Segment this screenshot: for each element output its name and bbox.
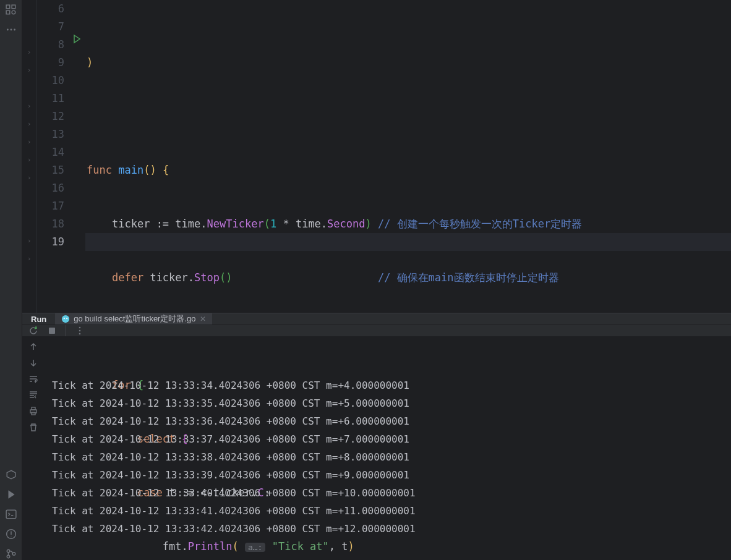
svg-point-14: [64, 318, 65, 319]
svg-point-15: [66, 318, 67, 319]
code-token: (: [264, 218, 270, 230]
line-number[interactable]: 15: [37, 161, 64, 179]
problems-icon[interactable]: [5, 528, 17, 540]
svg-point-4: [6, 29, 8, 31]
code-token: NewTicker: [207, 218, 264, 230]
output-line: Tick at 2024-10-12 13:33:39.4024306 +080…: [52, 466, 724, 484]
output-line: Tick at 2024-10-12 13:33:40.4024306 +080…: [52, 484, 724, 502]
code-token: ): [87, 56, 93, 69]
code-comment: // 创建一个每秒触发一次的Ticker定时器: [378, 218, 582, 230]
code-token: ): [366, 218, 372, 230]
fold-marker[interactable]: ›: [27, 120, 32, 128]
fold-column[interactable]: › › › › › › › › ›: [22, 0, 37, 313]
code-token: ticker: [150, 271, 187, 284]
print-icon[interactable]: [28, 406, 38, 416]
svg-rect-2: [6, 11, 10, 14]
svg-rect-0: [6, 5, 10, 9]
line-number[interactable]: 8: [37, 36, 64, 54]
console-output[interactable]: Tick at 2024-10-12 13:33:34.4024306 +080…: [45, 337, 731, 560]
code-token: (): [220, 271, 232, 284]
run-tool-window: Run go build select监听ticker定时器.go ✕: [22, 313, 731, 560]
svg-point-18: [79, 330, 81, 332]
output-line: Tick at 2024-10-12 13:33:41.4024306 +080…: [52, 502, 724, 520]
fold-marker[interactable]: ›: [27, 102, 32, 110]
structure-icon[interactable]: [5, 4, 17, 16]
more-icon[interactable]: [5, 23, 17, 36]
run-gutter[interactable]: [73, 0, 85, 313]
run-icon[interactable]: [5, 488, 17, 501]
down-icon[interactable]: [28, 358, 38, 368]
svg-point-17: [79, 327, 81, 329]
fold-marker[interactable]: ›: [27, 156, 32, 164]
soft-wrap-icon[interactable]: [28, 374, 38, 384]
line-number[interactable]: 9: [37, 54, 64, 72]
output-line: Tick at 2024-10-12 13:33:35.4024306 +080…: [52, 394, 724, 412]
svg-point-19: [79, 333, 81, 335]
code-token: time: [296, 218, 321, 230]
fold-marker[interactable]: ›: [27, 255, 32, 263]
code-token: 1: [270, 218, 276, 230]
line-number[interactable]: 12: [37, 108, 64, 125]
code-token: Second: [327, 218, 365, 230]
code-token: *: [276, 218, 296, 230]
line-number[interactable]: 16: [37, 179, 64, 197]
line-number[interactable]: 18: [37, 215, 64, 233]
fold-marker[interactable]: ›: [27, 138, 32, 146]
clear-icon[interactable]: [28, 422, 38, 432]
console-side-toolbar: [22, 337, 45, 560]
line-gutter[interactable]: 678910111213141516171819: [37, 0, 73, 313]
line-number[interactable]: 11: [37, 90, 64, 108]
code-token: main: [118, 164, 143, 176]
code-token: Stop: [194, 271, 220, 284]
stop-icon[interactable]: [47, 326, 57, 336]
fold-marker[interactable]: ›: [27, 174, 32, 182]
output-line: Tick at 2024-10-12 13:33:42.4024306 +080…: [52, 520, 724, 538]
svg-rect-16: [49, 328, 55, 334]
code-token: :=: [156, 218, 169, 230]
vcs-icon[interactable]: [5, 548, 17, 560]
output-line: Tick at 2024-10-12 13:33:34.4024306 +080…: [52, 376, 724, 394]
output-line: Tick at 2024-10-12 13:33:36.4024306 +080…: [52, 412, 724, 430]
editor[interactable]: › › › › › › › › › 6789101112131415161718…: [22, 0, 731, 313]
output-line: Tick at 2024-10-12 13:33:37.4024306 +080…: [52, 430, 724, 448]
code-token: .: [321, 218, 327, 230]
svg-point-10: [7, 549, 10, 553]
services-icon[interactable]: [5, 469, 17, 481]
svg-rect-21: [32, 407, 35, 410]
code-token: .: [200, 218, 207, 230]
rerun-icon[interactable]: [28, 326, 38, 336]
svg-rect-1: [12, 5, 15, 9]
line-number[interactable]: 19: [37, 233, 64, 251]
tab-run[interactable]: Run: [22, 313, 55, 325]
more-options-icon[interactable]: [75, 326, 85, 336]
svg-rect-22: [32, 412, 35, 415]
fold-marker[interactable]: ›: [27, 48, 32, 56]
line-number[interactable]: 17: [37, 197, 64, 215]
code-token: (): [143, 164, 156, 176]
up-icon[interactable]: [28, 342, 38, 352]
line-number[interactable]: 10: [37, 72, 64, 90]
line-number[interactable]: 7: [37, 18, 64, 36]
fold-marker[interactable]: ›: [27, 66, 32, 74]
line-number[interactable]: 13: [37, 125, 64, 143]
code-token: {: [163, 164, 169, 176]
code[interactable]: ) func main() { ticker := time.NewTicker…: [85, 0, 731, 313]
scroll-end-icon[interactable]: [28, 390, 38, 400]
svg-rect-8: [6, 510, 16, 519]
svg-point-6: [14, 29, 15, 31]
svg-point-11: [7, 555, 10, 558]
output-line: Tick at 2024-10-12 13:33:38.4024306 +080…: [52, 448, 724, 466]
code-token: time: [175, 218, 200, 230]
run-line-icon[interactable]: [72, 34, 82, 44]
line-number[interactable]: 6: [37, 0, 64, 18]
line-number[interactable]: 14: [37, 143, 64, 161]
fold-marker[interactable]: ›: [27, 237, 32, 245]
svg-point-3: [12, 11, 15, 14]
svg-point-5: [10, 29, 12, 31]
code-token: .: [188, 271, 194, 284]
terminal-icon[interactable]: [5, 508, 17, 520]
left-tool-rail: [0, 0, 22, 560]
go-file-icon: [61, 315, 70, 323]
code-comment: // 确保在main函数结束时停止定时器: [378, 271, 559, 284]
code-token: defer: [112, 271, 143, 284]
